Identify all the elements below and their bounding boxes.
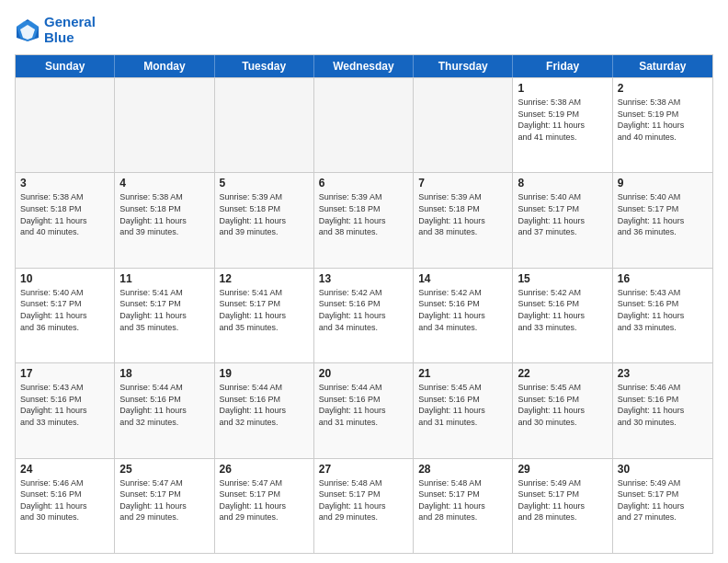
cell-info: Sunrise: 5:44 AM Sunset: 5:16 PM Dayligh… (220, 382, 309, 428)
day-number: 6 (319, 177, 408, 190)
weekday-header: Sunday (16, 55, 115, 77)
cell-info: Sunrise: 5:39 AM Sunset: 5:18 PM Dayligh… (220, 191, 309, 237)
day-number: 22 (518, 367, 607, 380)
calendar-cell: 21Sunrise: 5:45 AM Sunset: 5:16 PM Dayli… (414, 363, 513, 457)
calendar-row: 3Sunrise: 5:38 AM Sunset: 5:18 PM Daylig… (16, 172, 712, 267)
calendar-cell: 16Sunrise: 5:43 AM Sunset: 5:16 PM Dayli… (613, 269, 712, 362)
weekday-header: Tuesday (215, 55, 314, 77)
day-number: 18 (119, 367, 209, 380)
calendar-cell: 20Sunrise: 5:44 AM Sunset: 5:16 PM Dayli… (314, 363, 414, 457)
day-number: 17 (20, 367, 109, 380)
calendar-cell: 12Sunrise: 5:41 AM Sunset: 5:17 PM Dayli… (215, 269, 314, 362)
calendar-cell: 7Sunrise: 5:39 AM Sunset: 5:18 PM Daylig… (414, 173, 513, 267)
day-number: 30 (618, 463, 708, 476)
cell-info: Sunrise: 5:40 AM Sunset: 5:17 PM Dayligh… (618, 191, 708, 237)
day-number: 11 (119, 272, 209, 285)
calendar-row: 17Sunrise: 5:43 AM Sunset: 5:16 PM Dayli… (16, 362, 712, 457)
cell-info: Sunrise: 5:47 AM Sunset: 5:17 PM Dayligh… (220, 477, 309, 523)
day-number: 1 (518, 82, 607, 95)
calendar-cell: 23Sunrise: 5:46 AM Sunset: 5:16 PM Dayli… (613, 363, 712, 457)
logo-text: General Blue (44, 15, 96, 45)
calendar-cell: 29Sunrise: 5:49 AM Sunset: 5:17 PM Dayli… (513, 459, 612, 553)
calendar-row: 24Sunrise: 5:46 AM Sunset: 5:16 PM Dayli… (16, 458, 712, 553)
calendar-cell: 2Sunrise: 5:38 AM Sunset: 5:19 PM Daylig… (613, 78, 712, 172)
calendar-cell: 26Sunrise: 5:47 AM Sunset: 5:17 PM Dayli… (215, 459, 314, 553)
calendar-cell: 13Sunrise: 5:42 AM Sunset: 5:16 PM Dayli… (314, 269, 414, 362)
header: General Blue (15, 15, 713, 45)
cell-info: Sunrise: 5:38 AM Sunset: 5:19 PM Dayligh… (618, 97, 708, 143)
cell-info: Sunrise: 5:46 AM Sunset: 5:16 PM Dayligh… (20, 477, 109, 523)
cell-info: Sunrise: 5:43 AM Sunset: 5:16 PM Dayligh… (618, 287, 708, 333)
cell-info: Sunrise: 5:49 AM Sunset: 5:17 PM Dayligh… (618, 477, 708, 523)
calendar-row: 1Sunrise: 5:38 AM Sunset: 5:19 PM Daylig… (16, 77, 712, 172)
calendar-cell: 3Sunrise: 5:38 AM Sunset: 5:18 PM Daylig… (16, 173, 115, 267)
calendar-cell: 8Sunrise: 5:40 AM Sunset: 5:17 PM Daylig… (513, 173, 612, 267)
logo-icon (15, 17, 40, 43)
calendar-cell (314, 78, 414, 172)
cell-info: Sunrise: 5:41 AM Sunset: 5:17 PM Dayligh… (119, 287, 209, 333)
calendar-cell: 24Sunrise: 5:46 AM Sunset: 5:16 PM Dayli… (16, 459, 115, 553)
cell-info: Sunrise: 5:40 AM Sunset: 5:17 PM Dayligh… (20, 287, 109, 333)
day-number: 5 (220, 177, 309, 190)
day-number: 25 (119, 463, 209, 476)
cell-info: Sunrise: 5:45 AM Sunset: 5:16 PM Dayligh… (418, 382, 507, 428)
calendar-cell: 9Sunrise: 5:40 AM Sunset: 5:17 PM Daylig… (613, 173, 712, 267)
calendar-cell: 19Sunrise: 5:44 AM Sunset: 5:16 PM Dayli… (215, 363, 314, 457)
cell-info: Sunrise: 5:38 AM Sunset: 5:18 PM Dayligh… (20, 191, 109, 237)
calendar-cell: 17Sunrise: 5:43 AM Sunset: 5:16 PM Dayli… (16, 363, 115, 457)
cell-info: Sunrise: 5:49 AM Sunset: 5:17 PM Dayligh… (518, 477, 607, 523)
cell-info: Sunrise: 5:42 AM Sunset: 5:16 PM Dayligh… (518, 287, 607, 333)
day-number: 14 (418, 272, 507, 285)
calendar-cell: 14Sunrise: 5:42 AM Sunset: 5:16 PM Dayli… (414, 269, 513, 362)
calendar-cell: 28Sunrise: 5:48 AM Sunset: 5:17 PM Dayli… (414, 459, 513, 553)
calendar-cell: 22Sunrise: 5:45 AM Sunset: 5:16 PM Dayli… (513, 363, 612, 457)
cell-info: Sunrise: 5:46 AM Sunset: 5:16 PM Dayligh… (618, 382, 708, 428)
cell-info: Sunrise: 5:47 AM Sunset: 5:17 PM Dayligh… (119, 477, 209, 523)
cell-info: Sunrise: 5:39 AM Sunset: 5:18 PM Dayligh… (418, 191, 507, 237)
calendar-cell (16, 78, 115, 172)
cell-info: Sunrise: 5:48 AM Sunset: 5:17 PM Dayligh… (418, 477, 507, 523)
day-number: 29 (518, 463, 607, 476)
calendar-cell (215, 78, 314, 172)
calendar-cell: 4Sunrise: 5:38 AM Sunset: 5:18 PM Daylig… (115, 173, 214, 267)
day-number: 3 (20, 177, 109, 190)
cell-info: Sunrise: 5:41 AM Sunset: 5:17 PM Dayligh… (220, 287, 309, 333)
cell-info: Sunrise: 5:45 AM Sunset: 5:16 PM Dayligh… (518, 382, 607, 428)
calendar-body: 1Sunrise: 5:38 AM Sunset: 5:19 PM Daylig… (16, 77, 712, 553)
calendar-cell: 27Sunrise: 5:48 AM Sunset: 5:17 PM Dayli… (314, 459, 414, 553)
cell-info: Sunrise: 5:42 AM Sunset: 5:16 PM Dayligh… (418, 287, 507, 333)
cell-info: Sunrise: 5:43 AM Sunset: 5:16 PM Dayligh… (20, 382, 109, 428)
calendar-cell: 1Sunrise: 5:38 AM Sunset: 5:19 PM Daylig… (513, 78, 612, 172)
cell-info: Sunrise: 5:38 AM Sunset: 5:19 PM Dayligh… (518, 97, 607, 143)
day-number: 7 (418, 177, 507, 190)
calendar: SundayMondayTuesdayWednesdayThursdayFrid… (15, 54, 713, 554)
calendar-header: SundayMondayTuesdayWednesdayThursdayFrid… (16, 55, 712, 77)
cell-info: Sunrise: 5:42 AM Sunset: 5:16 PM Dayligh… (319, 287, 408, 333)
cell-info: Sunrise: 5:48 AM Sunset: 5:17 PM Dayligh… (319, 477, 408, 523)
calendar-cell (414, 78, 513, 172)
calendar-cell: 10Sunrise: 5:40 AM Sunset: 5:17 PM Dayli… (16, 269, 115, 362)
day-number: 12 (220, 272, 309, 285)
calendar-cell: 11Sunrise: 5:41 AM Sunset: 5:17 PM Dayli… (115, 269, 214, 362)
day-number: 23 (618, 367, 708, 380)
weekday-header: Thursday (414, 55, 513, 77)
weekday-header: Monday (115, 55, 214, 77)
day-number: 19 (220, 367, 309, 380)
cell-info: Sunrise: 5:44 AM Sunset: 5:16 PM Dayligh… (319, 382, 408, 428)
calendar-cell: 6Sunrise: 5:39 AM Sunset: 5:18 PM Daylig… (314, 173, 414, 267)
day-number: 4 (119, 177, 209, 190)
weekday-header: Friday (513, 55, 612, 77)
day-number: 21 (418, 367, 507, 380)
calendar-row: 10Sunrise: 5:40 AM Sunset: 5:17 PM Dayli… (16, 268, 712, 362)
day-number: 20 (319, 367, 408, 380)
calendar-cell: 5Sunrise: 5:39 AM Sunset: 5:18 PM Daylig… (215, 173, 314, 267)
weekday-header: Saturday (613, 55, 712, 77)
day-number: 26 (220, 463, 309, 476)
calendar-cell: 25Sunrise: 5:47 AM Sunset: 5:17 PM Dayli… (115, 459, 214, 553)
page: General Blue SundayMondayTuesdayWednesda… (0, 0, 728, 563)
day-number: 24 (20, 463, 109, 476)
day-number: 28 (418, 463, 507, 476)
day-number: 16 (618, 272, 708, 285)
day-number: 2 (618, 82, 708, 95)
calendar-cell (115, 78, 214, 172)
